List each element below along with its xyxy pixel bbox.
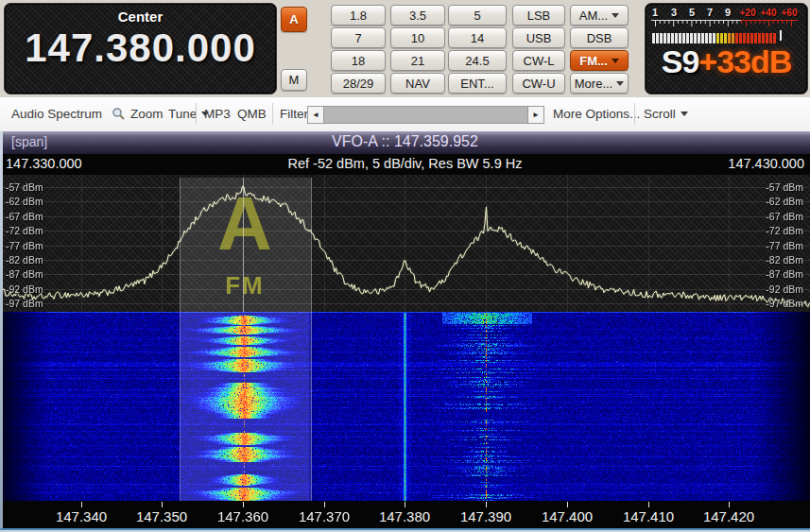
frequency-scale[interactable]: 147.340147.350147.360147.370147.380147.3… (0, 501, 810, 528)
vfo-a-button[interactable]: A (281, 7, 307, 32)
s-meter-tick-ruler (651, 20, 802, 27)
band-button-10[interactable]: 10 (390, 27, 445, 48)
mp3-button[interactable]: MP3 (204, 97, 231, 130)
scrollbar-track[interactable] (323, 107, 528, 123)
mode-button-cw-l[interactable]: CW-L (512, 50, 565, 71)
dbm-label-left: -82 dBm (6, 254, 43, 266)
s-meter-segment (716, 33, 719, 43)
band-button-14[interactable]: 14 (448, 27, 507, 48)
span-end-frequency: 147.430.000 (728, 156, 804, 171)
band-button-3-5[interactable]: 3.5 (390, 5, 445, 26)
waterfall-display[interactable] (0, 312, 810, 501)
mode-button-cw-u[interactable]: CW-U (512, 73, 565, 94)
mode-button-more[interactable]: More... (570, 73, 629, 94)
frequency-label: 147.410 (623, 508, 674, 524)
band-button-1-8[interactable]: 1.8 (331, 5, 386, 26)
s-meter-scale-number-red: +40 (761, 8, 777, 18)
s-meter-scale-number-red: +20 (740, 8, 756, 18)
band-button-label: NAV (405, 77, 430, 91)
band-button-5[interactable]: 5 (448, 5, 507, 26)
band-button-label: 7 (354, 31, 361, 45)
frequency-label: 147.380 (379, 508, 430, 524)
band-button-18[interactable]: 18 (331, 50, 386, 71)
mode-button-usb[interactable]: USB (512, 27, 565, 48)
s-meter-segment (671, 33, 674, 43)
zoom-icon (112, 107, 126, 121)
s-meter-segment (762, 33, 765, 43)
window-bottom-edge (0, 528, 810, 532)
scroll-menu-button[interactable]: Scroll (644, 97, 688, 130)
s-meter-s-value: S9 (662, 43, 699, 79)
scrollbar-right-arrow[interactable]: ► (528, 107, 543, 123)
chevron-down-icon (612, 59, 619, 63)
mode-button-am[interactable]: AM... (570, 5, 629, 26)
zoom-button[interactable]: Zoom (112, 97, 164, 130)
frequency-label: 147.360 (217, 508, 268, 524)
frequency-scrollbar[interactable]: ◄ ► (307, 106, 544, 124)
s-meter-segment (664, 33, 666, 43)
band-button-7[interactable]: 7 (331, 27, 386, 48)
s-meter-segment (660, 33, 663, 43)
s-meter-scale-number: 9 (725, 7, 731, 18)
s-meter-segment (735, 33, 738, 43)
spectrum-display[interactable]: -57 dBm-62 dBm-67 dBm-72 dBm-77 dBm-82 d… (0, 175, 810, 312)
dbm-label-right: -62 dBm (766, 196, 803, 207)
s-meter-segment (750, 33, 753, 43)
s-meter-scale-number: 3 (671, 7, 677, 18)
zoom-label: Zoom (130, 107, 164, 121)
s-meter-segment (709, 33, 712, 43)
sdr-console-window: Center 147.380.000 A M 1.83.557101418212… (0, 0, 810, 532)
frequency-tick (729, 502, 730, 507)
s-meter-segment (743, 33, 746, 43)
s-meter-segment (698, 33, 700, 43)
s-meter-bar (652, 30, 777, 41)
center-frequency-panel[interactable]: Center 147.380.000 (4, 3, 277, 94)
mode-button-lsb[interactable]: LSB (512, 5, 565, 26)
s-meter-scale-number-red: +60 (782, 8, 798, 18)
frequency-label: 147.420 (703, 508, 754, 524)
scrollbar-left-arrow[interactable]: ◄ (308, 107, 323, 123)
band-button-28-29[interactable]: 28/29 (331, 73, 386, 94)
s-meter-segment (758, 33, 761, 43)
s-meter-segment (679, 33, 681, 43)
band-button-ent-[interactable]: ENT... (448, 73, 507, 94)
band-button-nav[interactable]: NAV (390, 73, 445, 94)
s-meter-segment (754, 33, 757, 43)
dbm-label-right: -92 dBm (766, 283, 803, 295)
audio-spectrum-button[interactable]: Audio Spectrum (11, 97, 102, 130)
s-meter-segment (675, 33, 678, 43)
waterfall-canvas[interactable] (0, 312, 810, 501)
dbm-label-left: -57 dBm (6, 181, 43, 193)
vfo-a-button-label: A (289, 12, 298, 26)
mode-button-label: LSB (527, 9, 551, 23)
band-button-21[interactable]: 21 (390, 50, 445, 71)
memory-button[interactable]: M (281, 69, 307, 91)
frequency-tick (567, 502, 568, 507)
s-meter-segment (656, 33, 659, 43)
spectrum-trace-canvas[interactable] (0, 175, 810, 312)
spectrum-info-bar: 147.330.000 Ref -52 dBm, 5 dB/div, Res B… (0, 154, 810, 175)
qmb-button[interactable]: QMB (237, 97, 267, 130)
band-button-label: 28/29 (343, 77, 374, 91)
frequency-tick (486, 502, 487, 507)
dbm-label-right: -97 dBm (766, 298, 803, 309)
more-options-button[interactable]: More Options... (553, 97, 640, 130)
more-options-label: More Options... (553, 107, 640, 121)
mode-button-fm[interactable]: FM... (570, 50, 629, 71)
band-button-24-5[interactable]: 24.5 (448, 50, 507, 71)
window-left-edge (0, 131, 3, 528)
s-meter-scale-number: 1 (652, 7, 658, 18)
band-button-label: 18 (352, 54, 365, 68)
tune-button[interactable]: Tune (168, 97, 209, 130)
center-frequency-value[interactable]: 147.380.000 (5, 26, 276, 71)
frequency-label: 147.390 (460, 508, 511, 524)
s-meter-segment (728, 33, 731, 43)
s-meter-scale-number: 7 (707, 7, 713, 18)
s-meter-segment (682, 33, 685, 43)
dbm-label-right: -82 dBm (766, 254, 803, 266)
mp3-label: MP3 (204, 107, 231, 121)
mode-button-dsb[interactable]: DSB (570, 27, 629, 48)
dbm-label-left: -62 dBm (6, 196, 43, 207)
s-meter-segment (724, 33, 727, 43)
dbm-label-left: -72 dBm (6, 225, 43, 236)
